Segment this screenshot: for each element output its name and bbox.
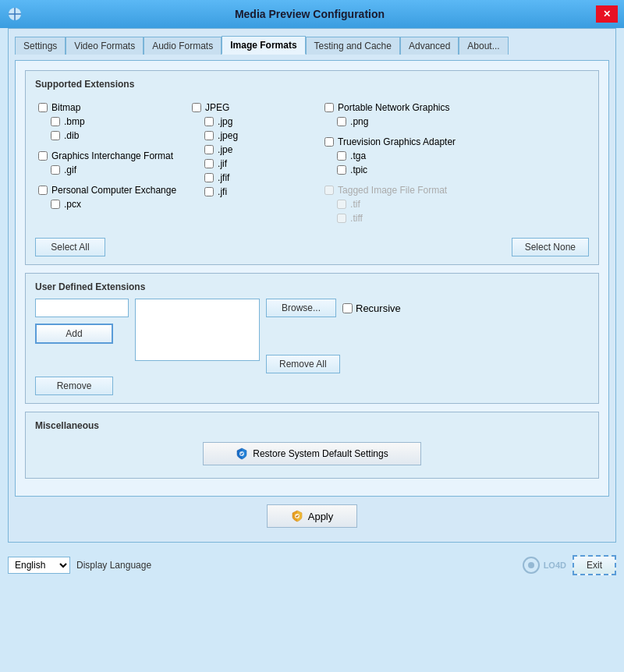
watermark: LO4D <box>522 556 566 575</box>
add-button[interactable]: Add <box>35 324 113 344</box>
recursive-label: Recursive <box>356 302 401 314</box>
apply-button[interactable]: Apply <box>267 504 358 528</box>
close-button[interactable]: ✕ <box>596 5 618 23</box>
tiff-format-label: Tagged Image File Format <box>338 185 447 196</box>
left-controls: Add Remove <box>35 299 129 395</box>
remove-all-button[interactable]: Remove All <box>266 355 340 373</box>
right-controls: Browse... Recursive Remove All <box>266 299 401 373</box>
dib-label: .dib <box>64 130 79 141</box>
jif-checkbox[interactable] <box>204 159 214 168</box>
pcx-format-label: Personal Computer Exchange <box>51 185 176 196</box>
gif-checkbox[interactable] <box>51 165 60 175</box>
supported-extensions-label: Supported Extensions <box>35 79 589 90</box>
png-format-row: Portable Network Graphics <box>324 102 480 113</box>
gif-format-label: Graphics Interchange Format <box>51 150 173 161</box>
png-format-label: Portable Network Graphics <box>338 102 449 113</box>
jif-row: .jif <box>204 158 309 169</box>
jfi-checkbox[interactable] <box>204 187 214 196</box>
extensions-grid: Bitmap .bmp .dib Graphics Interchange Fo… <box>35 96 589 230</box>
dib-checkbox[interactable] <box>51 131 60 140</box>
restore-button[interactable]: Restore System Default Settings <box>203 442 421 465</box>
tab-audio-formats[interactable]: Audio Formats <box>144 37 222 55</box>
dib-row: .dib <box>51 130 176 141</box>
tab-video-formats[interactable]: Video Formats <box>66 37 144 55</box>
bitmap-label: Bitmap <box>51 102 80 113</box>
jpe-checkbox[interactable] <box>204 145 214 154</box>
tga-label: .tga <box>350 150 366 161</box>
bottom-right: LO4D Exit <box>522 555 616 575</box>
tab-advanced[interactable]: Advanced <box>400 37 459 55</box>
remove-button[interactable]: Remove <box>35 377 113 395</box>
jpeg-checkbox[interactable] <box>204 131 214 140</box>
tab-testing-cache[interactable]: Testing and Cache <box>306 37 400 55</box>
gif-format-row: Graphics Interchange Format <box>38 150 176 161</box>
miscellaneous-section: Miscellaneous Restore System Default Set… <box>25 412 599 479</box>
pcx-format-checkbox[interactable] <box>38 186 48 195</box>
jpe-label: .jpe <box>218 144 232 155</box>
tpic-row: .tpic <box>337 164 480 175</box>
user-defined-label: User Defined Extensions <box>35 281 589 292</box>
main-window: Settings Video Formats Audio Formats Ima… <box>8 28 616 543</box>
tga-format-label: Truevision Graphics Adapter <box>338 136 456 147</box>
jfi-label: .jfi <box>218 186 227 197</box>
jfif-label: .jfif <box>218 172 229 183</box>
content-area: Supported Extensions Bitmap .bmp .dib <box>15 60 609 497</box>
restore-label: Restore System Default Settings <box>253 448 388 459</box>
png-label: .png <box>350 116 368 127</box>
jfif-row: .jfif <box>204 172 309 183</box>
browse-button[interactable]: Browse... <box>266 299 336 317</box>
tiff-checkbox[interactable] <box>337 214 346 223</box>
tab-bar: Settings Video Formats Audio Formats Ima… <box>15 35 609 54</box>
watermark-icon <box>522 556 541 575</box>
language-dropdown[interactable]: English French German Spanish <box>8 557 70 574</box>
apply-label: Apply <box>308 511 334 522</box>
tif-label: .tif <box>350 199 360 210</box>
recursive-row: Recursive <box>342 302 401 314</box>
extension-input[interactable] <box>35 299 129 317</box>
select-all-button[interactable]: Select All <box>35 238 105 256</box>
tga-checkbox[interactable] <box>337 151 346 161</box>
select-buttons: Select All Select None <box>35 238 589 256</box>
user-defined-section: User Defined Extensions Add Remove Brows… <box>25 273 599 404</box>
gif-format-checkbox[interactable] <box>38 151 48 161</box>
tab-settings[interactable]: Settings <box>15 37 66 55</box>
select-none-button[interactable]: Select None <box>512 238 589 256</box>
app-icon <box>6 5 23 23</box>
tab-image-formats[interactable]: Image Formats <box>222 36 305 55</box>
tiff-format-row: Tagged Image File Format <box>324 185 480 196</box>
jpg-checkbox[interactable] <box>204 117 214 126</box>
recursive-checkbox[interactable] <box>342 303 353 313</box>
watermark-text: LO4D <box>544 561 566 570</box>
jpe-row: .jpe <box>204 144 309 155</box>
display-language-label: Display Language <box>76 560 151 571</box>
png-checkbox[interactable] <box>337 117 346 126</box>
bmp-checkbox[interactable] <box>51 117 60 126</box>
tga-format-checkbox[interactable] <box>324 137 334 147</box>
tab-about[interactable]: About... <box>459 37 508 55</box>
png-row: .png <box>337 116 480 127</box>
bitmap-checkbox[interactable] <box>38 103 48 112</box>
png-format-checkbox[interactable] <box>324 103 334 112</box>
jfif-checkbox[interactable] <box>204 173 214 182</box>
gif-row: .gif <box>51 164 176 175</box>
pcx-format-row: Personal Computer Exchange <box>38 185 176 196</box>
extensions-list[interactable] <box>135 299 260 361</box>
tpic-checkbox[interactable] <box>337 165 346 175</box>
bitmap-row: Bitmap <box>38 102 176 113</box>
title-bar: Media Preview Configuration ✕ <box>0 0 624 28</box>
supported-extensions-section: Supported Extensions Bitmap .bmp .dib <box>25 70 599 265</box>
tiff-label: .tiff <box>350 213 363 224</box>
tpic-label: .tpic <box>350 164 367 175</box>
tiff-format-checkbox[interactable] <box>324 186 334 195</box>
pcx-checkbox[interactable] <box>51 200 60 209</box>
jpeg-format-checkbox[interactable] <box>192 103 201 112</box>
restore-area: Restore System Default Settings <box>35 437 589 470</box>
jpeg-label: .jpeg <box>218 130 238 141</box>
tiff-row: .tiff <box>337 213 480 224</box>
jif-label: .jif <box>218 158 227 169</box>
tif-checkbox[interactable] <box>337 200 346 209</box>
remove-all-row: Remove All <box>266 355 401 373</box>
browse-row: Browse... Recursive <box>266 299 401 317</box>
apply-area: Apply <box>15 497 609 536</box>
exit-button[interactable]: Exit <box>573 555 616 575</box>
